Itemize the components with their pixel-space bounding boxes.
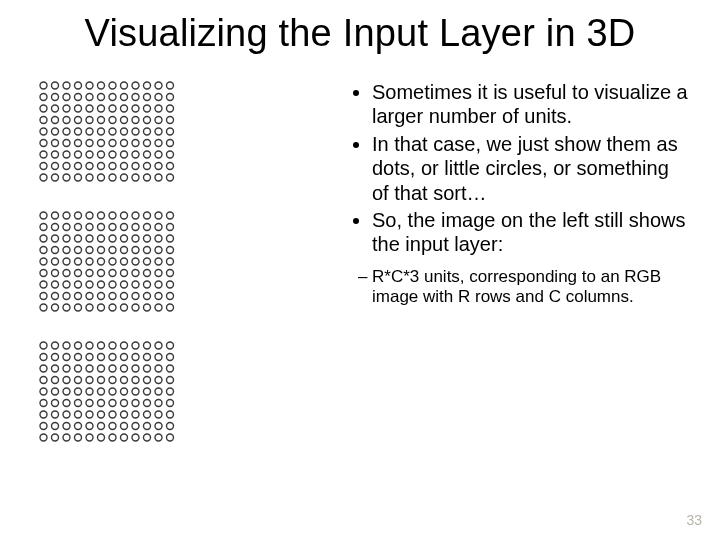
unit-circle — [52, 247, 59, 254]
unit-circle — [121, 258, 128, 265]
bullet-item: Sometimes it is useful to visualize a la… — [372, 80, 690, 129]
unit-circle — [109, 128, 116, 135]
unit-circle — [75, 247, 82, 254]
bullet-item: So, the image on the left still shows th… — [372, 208, 690, 257]
unit-circle — [155, 224, 162, 231]
unit-circle — [86, 212, 93, 219]
unit-circle — [121, 247, 128, 254]
unit-circle — [98, 247, 105, 254]
unit-circle — [52, 224, 59, 231]
unit-circle — [155, 94, 162, 101]
unit-circle — [52, 423, 59, 430]
unit-circle — [144, 247, 151, 254]
unit-circle — [109, 388, 116, 395]
unit-circle — [86, 304, 93, 311]
unit-circle — [132, 94, 139, 101]
unit-circle — [52, 270, 59, 277]
unit-circle — [86, 247, 93, 254]
unit-circle — [155, 151, 162, 158]
unit-circle — [63, 94, 70, 101]
unit-circle — [86, 365, 93, 372]
unit-circle — [98, 151, 105, 158]
unit-circle — [86, 293, 93, 300]
unit-circle — [132, 247, 139, 254]
unit-circle — [98, 342, 105, 349]
unit-circle — [40, 247, 47, 254]
unit-circle — [121, 304, 128, 311]
unit-circle — [75, 388, 82, 395]
unit-circle — [86, 434, 93, 441]
unit-circle — [109, 247, 116, 254]
unit-circle — [144, 151, 151, 158]
unit-circle — [86, 94, 93, 101]
unit-circle — [40, 235, 47, 242]
unit-circle — [132, 293, 139, 300]
body-text: Sometimes it is useful to visualize a la… — [350, 80, 690, 311]
unit-circle — [98, 411, 105, 418]
unit-circle — [167, 258, 174, 265]
unit-circle — [167, 423, 174, 430]
unit-circle — [121, 400, 128, 407]
unit-circle — [132, 140, 139, 147]
unit-circle — [144, 281, 151, 288]
unit-circle — [109, 174, 116, 181]
unit-circle — [144, 342, 151, 349]
unit-circle — [167, 117, 174, 124]
unit-circle — [98, 212, 105, 219]
unit-circle — [121, 174, 128, 181]
page-number: 33 — [686, 512, 702, 528]
unit-circle — [52, 281, 59, 288]
unit-circle — [98, 304, 105, 311]
unit-circle — [98, 293, 105, 300]
unit-circle — [40, 281, 47, 288]
unit-circle — [40, 140, 47, 147]
unit-circle — [132, 258, 139, 265]
unit-circle — [155, 212, 162, 219]
unit-circle — [63, 354, 70, 361]
unit-circle — [75, 174, 82, 181]
unit-circle — [109, 342, 116, 349]
unit-circle — [132, 434, 139, 441]
unit-circle — [63, 281, 70, 288]
unit-circle — [121, 411, 128, 418]
unit-circle — [109, 400, 116, 407]
grid-svg — [38, 80, 176, 443]
unit-circle — [63, 82, 70, 89]
unit-grid-diagram — [38, 80, 176, 443]
unit-circle — [144, 212, 151, 219]
unit-circle — [144, 128, 151, 135]
unit-circle — [63, 304, 70, 311]
sub-bullet-list: R*C*3 units, corresponding to an RGB ima… — [350, 267, 690, 308]
unit-circle — [167, 411, 174, 418]
unit-circle — [144, 388, 151, 395]
unit-circle — [155, 270, 162, 277]
unit-circle — [40, 434, 47, 441]
unit-circle — [52, 105, 59, 112]
unit-circle — [75, 140, 82, 147]
unit-circle — [167, 247, 174, 254]
unit-circle — [86, 400, 93, 407]
unit-circle — [52, 377, 59, 384]
unit-circle — [40, 174, 47, 181]
unit-circle — [155, 377, 162, 384]
unit-circle — [86, 128, 93, 135]
unit-circle — [40, 212, 47, 219]
unit-circle — [109, 163, 116, 170]
unit-circle — [52, 342, 59, 349]
unit-circle — [52, 140, 59, 147]
unit-circle — [121, 235, 128, 242]
unit-circle — [167, 400, 174, 407]
unit-circle — [52, 128, 59, 135]
unit-circle — [86, 342, 93, 349]
unit-circle — [75, 212, 82, 219]
unit-circle — [75, 423, 82, 430]
unit-circle — [109, 365, 116, 372]
unit-circle — [52, 434, 59, 441]
unit-circle — [121, 94, 128, 101]
unit-circle — [75, 293, 82, 300]
unit-circle — [121, 163, 128, 170]
sub-bullet-item: R*C*3 units, corresponding to an RGB ima… — [372, 267, 690, 308]
unit-circle — [40, 365, 47, 372]
unit-circle — [63, 377, 70, 384]
unit-circle — [167, 105, 174, 112]
